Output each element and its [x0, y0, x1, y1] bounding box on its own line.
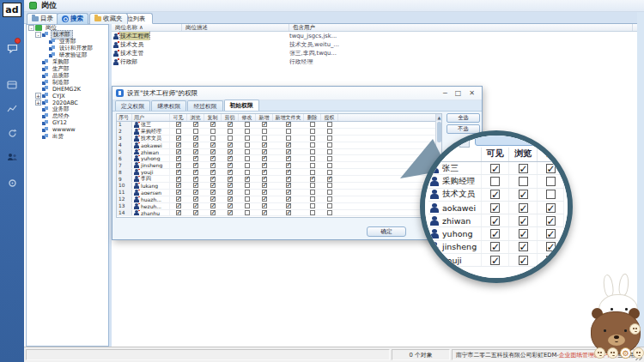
permission-checkbox[interactable] [210, 196, 216, 202]
permission-checkbox[interactable] [286, 210, 291, 215]
permission-checkbox[interactable] [327, 203, 332, 208]
permission-checkbox[interactable] [193, 210, 198, 215]
permission-checkbox[interactable] [286, 163, 291, 168]
permission-checkbox[interactable] [210, 177, 216, 182]
nav-tab-favorites[interactable]: 收藏夹 [89, 13, 128, 24]
permission-checkbox[interactable] [210, 122, 216, 127]
permission-checkbox[interactable] [262, 203, 267, 208]
permission-checkbox[interactable] [176, 122, 181, 127]
permission-checkbox[interactable] [262, 129, 267, 134]
nav-tab-search[interactable]: 搜索 [57, 13, 88, 24]
permission-column-header[interactable]: 授权 [321, 114, 338, 121]
emoji-button[interactable] [594, 347, 605, 359]
permission-checkbox[interactable] [228, 156, 233, 161]
permission-checkbox[interactable] [245, 122, 250, 127]
permission-checkbox[interactable] [327, 142, 332, 148]
permission-column-header[interactable]: 删除 [304, 114, 321, 121]
permission-checkbox[interactable] [210, 156, 216, 161]
permission-checkbox[interactable] [210, 136, 216, 141]
permission-checkbox[interactable] [210, 170, 216, 175]
permission-checkbox[interactable] [176, 183, 181, 188]
permission-checkbox[interactable] [193, 129, 198, 134]
permission-column-header[interactable]: 可见 [170, 114, 187, 121]
permission-checkbox[interactable] [327, 129, 332, 134]
permission-checkbox[interactable] [228, 149, 233, 154]
permission-checkbox[interactable] [286, 190, 291, 195]
permission-checkbox[interactable] [245, 129, 250, 134]
permission-checkbox[interactable] [310, 122, 315, 127]
nav-tab-catalog[interactable]: 目录 [27, 13, 58, 24]
permission-checkbox[interactable] [176, 203, 181, 208]
permission-checkbox[interactable] [310, 170, 315, 175]
permission-checkbox[interactable] [176, 196, 181, 202]
permission-checkbox[interactable] [262, 210, 267, 215]
permission-checkbox[interactable] [327, 190, 332, 195]
chat-icon[interactable] [0, 39, 24, 58]
permission-checkbox[interactable] [228, 203, 233, 208]
permission-checkbox[interactable] [310, 142, 315, 148]
emoji-button[interactable] [633, 347, 644, 359]
permission-checkbox[interactable] [286, 183, 291, 188]
permission-checkbox[interactable] [262, 170, 267, 175]
permission-row[interactable]: 12huazh... [117, 196, 441, 203]
permission-checkbox[interactable] [193, 183, 198, 188]
dialog-tab[interactable]: 继承权限 [151, 100, 186, 111]
permission-checkbox[interactable] [193, 156, 198, 161]
permission-checkbox[interactable] [228, 122, 233, 127]
permission-column-header[interactable]: 修改 [239, 114, 256, 121]
permission-checkbox[interactable] [210, 129, 216, 134]
permission-checkbox[interactable] [193, 170, 198, 175]
permission-column-header[interactable]: 序号 [117, 114, 132, 121]
permission-checkbox[interactable] [327, 156, 332, 161]
list-column-header[interactable]: 岗位名称 ∧ [112, 24, 182, 31]
permission-row[interactable]: 1张三 [117, 122, 441, 129]
permission-checkbox[interactable] [193, 177, 198, 182]
permission-checkbox[interactable] [262, 136, 267, 141]
permission-checkbox[interactable] [286, 149, 291, 154]
permission-checkbox[interactable] [310, 136, 315, 141]
permission-checkbox[interactable] [327, 149, 332, 154]
permission-checkbox[interactable] [286, 136, 291, 141]
permission-checkbox[interactable] [176, 129, 181, 134]
permission-checkbox[interactable] [210, 190, 216, 195]
permission-column-header[interactable]: 浏览 [187, 114, 204, 121]
permission-checkbox[interactable] [245, 190, 250, 195]
expander-icon[interactable]: + [35, 93, 41, 99]
permission-checkbox[interactable] [327, 170, 332, 175]
permission-checkbox[interactable] [228, 210, 233, 215]
dialog-tab[interactable]: 初始权限 [224, 100, 259, 111]
permission-checkbox[interactable] [176, 136, 181, 141]
permission-checkbox[interactable] [176, 210, 181, 215]
table-row[interactable]: 行政部行政经理 [112, 57, 637, 66]
chart-icon[interactable] [0, 100, 24, 118]
gear-icon[interactable] [0, 173, 24, 192]
permission-checkbox[interactable] [210, 142, 216, 148]
permission-checkbox[interactable] [210, 203, 216, 208]
permission-checkbox[interactable] [310, 196, 315, 202]
permission-checkbox[interactable] [193, 163, 198, 168]
users-icon[interactable] [0, 148, 24, 166]
permission-checkbox[interactable] [262, 122, 267, 127]
permission-checkbox[interactable] [228, 129, 233, 134]
permission-checkbox[interactable] [310, 149, 315, 154]
permission-checkbox[interactable] [262, 196, 267, 202]
permission-checkbox[interactable] [193, 196, 198, 202]
permission-checkbox[interactable] [310, 177, 315, 182]
permission-checkbox[interactable] [327, 122, 332, 127]
settings-gear-button[interactable]: ⚙ [620, 347, 631, 359]
permission-checkbox[interactable] [228, 190, 233, 195]
permission-checkbox[interactable] [310, 210, 315, 215]
permission-checkbox[interactable] [262, 149, 267, 154]
permission-checkbox[interactable] [228, 136, 233, 141]
tree-item[interactable]: 总经办 [27, 113, 108, 120]
permission-checkbox[interactable] [327, 177, 332, 182]
permission-checkbox[interactable] [176, 142, 181, 148]
permission-checkbox[interactable] [228, 170, 233, 175]
permission-checkbox[interactable] [210, 210, 216, 215]
ok-button[interactable]: 确定 [367, 226, 406, 237]
permission-checkbox[interactable] [245, 177, 250, 182]
permission-checkbox[interactable] [228, 177, 233, 182]
table-row[interactable]: 技术文员技术文员,weitu_... [112, 40, 637, 49]
permission-checkbox[interactable] [228, 142, 233, 148]
tree-item[interactable]: DHEMG2K [27, 86, 108, 93]
